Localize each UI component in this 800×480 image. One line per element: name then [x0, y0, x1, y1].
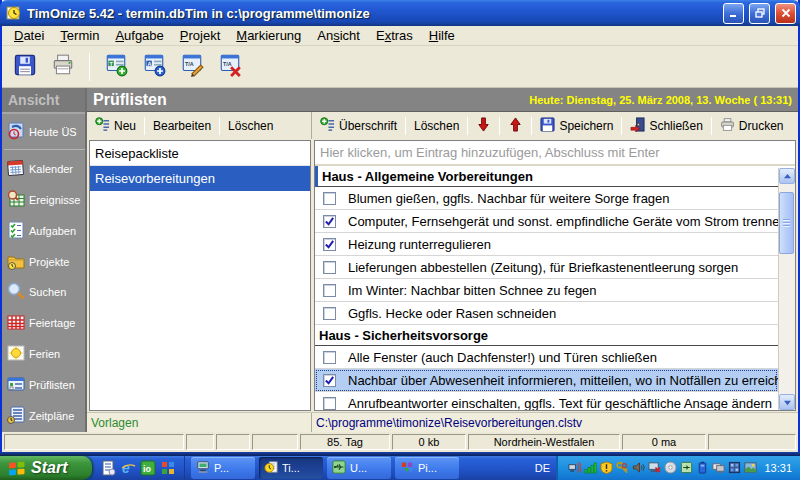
new-entry-input[interactable]: Hier klicken, um Eintrag hinzuzufügen, A… [315, 141, 795, 166]
menu-item-hilfe[interactable]: Hilfe [421, 26, 463, 45]
restore-button[interactable] [749, 3, 770, 24]
menu-item-extras[interactable]: Extras [368, 26, 421, 45]
move-up-icon [508, 117, 523, 135]
checkbox-unchecked[interactable] [323, 307, 336, 320]
sidebar-item-zeitplaene[interactable]: Zeitpläne [4, 404, 85, 428]
checklist-item[interactable]: Blumen gießen, ggfls. Nachbar für weiter… [315, 187, 778, 210]
schliessen-button[interactable]: Schließen [622, 112, 710, 139]
taskbar-button-p[interactable]: P... [191, 457, 255, 479]
language-indicator[interactable]: DE [528, 456, 556, 480]
bearbeiten-button[interactable]: Bearbeiten [145, 112, 219, 139]
neu-button[interactable]: Neu [87, 112, 144, 139]
image-viewer-icon[interactable] [744, 461, 757, 474]
sidebar-item-heute-ues[interactable]: Heute ÜS [4, 120, 85, 150]
move-down-button[interactable] [468, 112, 499, 139]
list-toolbar-right: ÜberschriftLöschenSpeichernSchließenDruc… [312, 112, 798, 139]
scrollbar-thumb[interactable] [779, 192, 794, 254]
checklist-section-header[interactable]: Haus - Sicherheitsvorsorge [315, 325, 778, 346]
sidebar-item-ferien[interactable]: Ferien [4, 342, 85, 366]
menu-item-aufgabe[interactable]: Aufgabe [107, 26, 171, 45]
dual-monitor-icon[interactable] [712, 461, 725, 474]
taskbar-button-u[interactable]: U... [327, 457, 391, 479]
sidebar-item-label: Zeitpläne [29, 410, 74, 422]
checkbox-unchecked[interactable] [323, 284, 336, 297]
save-small-icon [540, 117, 555, 135]
taskbar-button-pi[interactable]: Pi... [395, 457, 459, 479]
new-termin-button[interactable]: T [99, 51, 133, 83]
drucken-button[interactable]: Drucken [712, 112, 792, 139]
checklist-section-header[interactable]: Haus - Allgemeine Vorbereitungen [315, 166, 778, 187]
menu-item-projekt[interactable]: Projekt [172, 26, 228, 45]
scrollbar[interactable] [778, 168, 795, 410]
signal-bars-icon[interactable] [584, 461, 597, 474]
sidebar-item-aufgaben[interactable]: Aufgaben [4, 219, 85, 243]
checklist-item[interactable]: Alle Fenster (auch Dachfenster!) und Tür… [315, 346, 778, 369]
sidebar-item-ereignisse[interactable]: Ereignisse [4, 188, 85, 212]
internet-explorer-icon[interactable]: e [120, 460, 136, 476]
keys-icon[interactable] [616, 461, 629, 474]
new-aufgabe-button[interactable]: A [137, 51, 171, 83]
save-button[interactable] [8, 51, 42, 83]
checkbox-unchecked[interactable] [323, 261, 336, 274]
taskbar-button-label: Ti... [282, 462, 300, 474]
delete-entry-button[interactable]: T/A [213, 51, 247, 83]
panels: ReisepacklisteReisevorbereitungen Hier k… [87, 139, 798, 412]
volume-icon[interactable] [632, 461, 645, 474]
main-toolbar: TAT/AT/A [2, 46, 798, 88]
checklist-item[interactable]: Anrufbeantworter einschalten, ggfls. Tex… [315, 392, 778, 410]
sidebar-item-projekte[interactable]: Projekte [4, 250, 85, 274]
wireless-icon[interactable] [568, 461, 581, 474]
menu-item-markierung[interactable]: Markierung [228, 26, 309, 45]
checklist-item[interactable]: Computer, Fernsehgerät und sonst. empfin… [315, 210, 778, 233]
menu-item-datei[interactable]: Datei [6, 26, 52, 45]
loeschen-button[interactable]: Löschen [406, 112, 467, 139]
usb-remove-icon[interactable] [680, 461, 693, 474]
scroll-down-button[interactable] [779, 394, 795, 410]
start-button[interactable]: Start [0, 456, 92, 480]
checklist-item[interactable]: Lieferungen abbestellen (Zeitung), für B… [315, 256, 778, 279]
minimize-button[interactable] [723, 3, 744, 24]
speichern-button[interactable]: Speichern [532, 112, 621, 139]
battery-icon[interactable] [696, 461, 709, 474]
checklist-item[interactable]: Im Winter: Nachbar bitten Schnee zu fege… [315, 279, 778, 302]
move-up-button[interactable] [500, 112, 531, 139]
checkbox-unchecked[interactable] [323, 397, 336, 410]
io-app-icon[interactable]: io [140, 460, 156, 476]
list-item-reisevorbereitungen[interactable]: Reisevorbereitungen [90, 166, 310, 191]
menu-item-termin[interactable]: Termin [52, 26, 107, 45]
edit-entry-button[interactable]: T/A [175, 51, 209, 83]
taskbar-button-ti[interactable]: Ti... [259, 457, 323, 479]
checkbox-unchecked[interactable] [323, 351, 336, 364]
display-error-icon[interactable] [648, 461, 661, 474]
loeschen-button[interactable]: Löschen [220, 112, 281, 139]
print-button[interactable] [46, 51, 80, 83]
sidebar-item-suchen[interactable]: Suchen [4, 280, 85, 304]
checklist-item[interactable]: Nachbar über Abwesenheit informieren, mi… [315, 369, 778, 392]
scroll-up-button[interactable] [779, 168, 795, 184]
sidebar-item-kalender[interactable]: Kalender [4, 157, 85, 181]
checkbox-checked[interactable] [323, 215, 336, 228]
checklist-item-label: Alle Fenster (auch Dachfenster!) und Tür… [348, 350, 657, 365]
sidebar-item-feiertage[interactable]: Feiertage [4, 311, 85, 335]
checkbox-checked[interactable] [323, 238, 336, 251]
checkbox-unchecked[interactable] [323, 192, 336, 205]
scrollbar-track[interactable] [779, 184, 795, 394]
disc-icon[interactable] [664, 461, 677, 474]
security-shield-icon[interactable] [600, 461, 613, 474]
button-label: Löschen [228, 119, 273, 133]
list-item-reisepackliste[interactable]: Reisepackliste [90, 141, 310, 166]
checkbox-checked[interactable] [323, 374, 336, 387]
network-icon[interactable] [728, 461, 741, 474]
button-label: Löschen [414, 119, 459, 133]
close-button[interactable] [775, 3, 796, 24]
titlebar[interactable]: TimOnize 5.42 - termin.dbTim in c:\progr… [0, 0, 800, 26]
checklist-item[interactable]: Heizung runterregulieren [315, 233, 778, 256]
ueberschrift-button[interactable]: Überschrift [312, 112, 405, 139]
sidebar-item-prueflisten[interactable]: Prüflisten [4, 373, 85, 397]
document-app-icon[interactable] [100, 460, 116, 476]
media-app-icon[interactable] [160, 460, 176, 476]
checklist-names-panel[interactable]: ReisepacklisteReisevorbereitungen [89, 140, 311, 411]
menu-item-ansicht[interactable]: Ansicht [309, 26, 368, 45]
checklist-item[interactable]: Ggfls. Hecke oder Rasen schneiden [315, 302, 778, 325]
vorlagen-label: Vorlagen [87, 413, 312, 432]
